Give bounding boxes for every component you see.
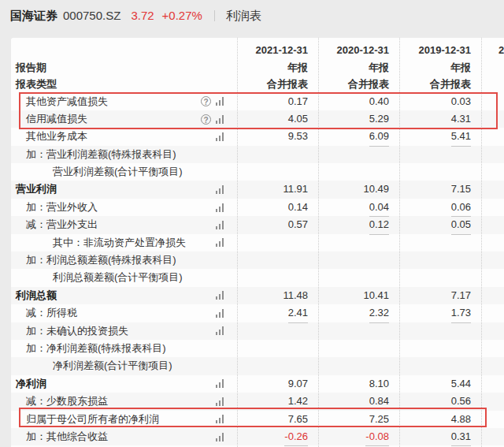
table-row: 加：营业利润差额(特殊报表科目) [11, 146, 504, 163]
cell-value[interactable]: 2.32 [369, 304, 389, 322]
cell-value: 0.14 [288, 199, 308, 216]
row-label: 其他资产减值损失 [26, 93, 108, 110]
bar-chart-icon[interactable] [214, 291, 224, 300]
row-icons: ? [201, 96, 224, 106]
row-label: 加：营业利润差额(特殊报表科目) [26, 146, 176, 163]
row-label: 营业利润差额(合计平衡项目) [53, 163, 183, 181]
table-row: 其他资产减值损失?0.170.400.03 [11, 93, 504, 110]
row-label: 净利润差额(合计平衡项目) [53, 357, 172, 374]
table-row: 加：其他综合收益-0.26-0.080.31 [11, 428, 504, 445]
stock-price: 3.72 [131, 8, 154, 24]
row-label: 报表类型 [11, 76, 237, 93]
column-date: 2019-12-31 [399, 42, 481, 59]
cell-value[interactable]: 4.31 [451, 110, 471, 129]
cell-value: 10.49 [363, 181, 389, 198]
table-body: 其他资产减值损失?0.170.400.03信用减值损失?4.055.294.31… [11, 93, 504, 446]
report-period-row: 报告期 年报 年报 年报 [11, 59, 504, 76]
row-label: 加：净利润差额(特殊报表科目) [26, 340, 166, 357]
table-row: 加：未确认的投资损失 [11, 322, 504, 340]
bar-chart-icon[interactable] [214, 415, 224, 423]
row-icons [214, 203, 224, 212]
report-title: 利润表 [226, 8, 261, 24]
row-label: 减：少数股东损益 [26, 393, 108, 410]
bar-chart-icon[interactable] [214, 132, 224, 141]
bar-chart-icon[interactable] [214, 379, 224, 388]
row-label: 其他业务成本 [26, 128, 87, 145]
report-period-value: 年报 [399, 59, 481, 76]
column-separator [481, 38, 482, 447]
row-label: 报告期 [11, 59, 237, 76]
bar-chart-icon[interactable] [214, 397, 224, 406]
bar-chart-icon[interactable] [214, 115, 224, 124]
table-row: 利润总额差额(合计平衡项目) [11, 269, 504, 286]
bar-chart-icon[interactable] [214, 203, 224, 212]
cell-value[interactable]: 0.31 [451, 428, 471, 446]
cell-value[interactable]: 0.12 [369, 216, 389, 234]
cell-value: 1.42 [288, 393, 308, 410]
column-date-partial: 2 [481, 42, 504, 59]
table-row: 其中：非流动资产处置净损失 [11, 234, 504, 251]
bar-chart-icon[interactable] [214, 309, 224, 318]
cell-value: 7.17 [451, 287, 471, 304]
cell-value[interactable]: 0.06 [451, 199, 471, 217]
table-header: 2021-12-31 2020-12-31 2019-12-31 2 报告期 年… [11, 38, 504, 93]
help-icon[interactable]: ? [201, 96, 211, 106]
cell-value: 0.56 [451, 393, 471, 410]
report-period-value: 年报 [318, 59, 399, 76]
cell-value[interactable]: 1.73 [451, 304, 471, 322]
row-icons [214, 397, 224, 406]
table-row: 净利润9.078.105.44 [11, 375, 504, 393]
cell-value[interactable]: 0.05 [451, 216, 471, 234]
cell-value[interactable]: 5.29 [369, 110, 389, 129]
table-row: 减：营业外支出0.570.120.05 [11, 216, 504, 233]
page: { "header": { "stock_name": "国海证券", "sto… [0, 0, 504, 447]
cell-value: 0.17 [288, 93, 308, 110]
column-separator [237, 38, 238, 447]
bar-chart-icon[interactable] [214, 433, 224, 441]
table-row: 归属于母公司所有者的净利润7.657.254.88 [11, 411, 504, 428]
cell-value: 8.10 [369, 375, 389, 393]
date-header-row: 2021-12-31 2020-12-31 2019-12-31 2 [11, 42, 504, 59]
cell-value[interactable]: 6.09 [369, 128, 389, 146]
table-row: 减：所得税2.412.321.73 [11, 304, 504, 322]
cell-value[interactable]: 0.04 [369, 199, 389, 217]
row-label: 净利润 [16, 375, 46, 393]
cell-value: 4.88 [451, 411, 471, 428]
cell-value[interactable]: -0.26 [284, 428, 308, 446]
bar-chart-icon[interactable] [214, 185, 224, 194]
cell-value: 0.57 [288, 216, 308, 233]
bar-chart-icon[interactable] [214, 221, 224, 229]
income-statement-card: 2021-12-31 2020-12-31 2019-12-31 2 报告期 年… [11, 38, 504, 447]
stock-code: 000750.SZ [63, 8, 120, 24]
table-row: 加：净利润差额(特殊报表科目) [11, 340, 504, 357]
row-icons [214, 415, 224, 423]
row-label: 减：所得税 [26, 304, 77, 322]
column-separator [318, 38, 319, 447]
row-icons [214, 309, 224, 318]
row-label: 归属于母公司所有者的净利润 [26, 411, 159, 428]
cell-value[interactable]: 5.41 [451, 128, 471, 146]
column-date: 2021-12-31 [237, 42, 318, 59]
help-icon[interactable]: ? [201, 114, 211, 125]
cell-value[interactable]: -0.08 [365, 428, 389, 446]
row-label: 加：营业外收入 [26, 199, 98, 216]
table-row: 营业利润差额(合计平衡项目) [11, 163, 504, 181]
row-icons [214, 221, 224, 229]
stock-change-percent: +0.27% [162, 8, 202, 24]
stock-name: 国海证券 [10, 8, 57, 24]
row-icons [214, 433, 224, 441]
row-icons [214, 132, 224, 141]
table-row: 信用减值损失?4.055.294.31 [11, 110, 504, 128]
bar-chart-icon[interactable] [214, 97, 224, 106]
row-label: 其中：非流动资产处置净损失 [53, 234, 186, 251]
cell-value: 0.03 [451, 93, 471, 110]
report-type-row: 报表类型 合并报表 合并报表 合并报表 [11, 76, 504, 93]
cell-value: 7.65 [288, 411, 308, 428]
cell-value[interactable]: 2.41 [288, 304, 308, 322]
table-row: 其他业务成本9.536.095.41 [11, 128, 504, 145]
bar-chart-icon[interactable] [214, 326, 224, 335]
title-bar: 国海证券 000750.SZ 3.72 +0.27% 利润表 [0, 0, 504, 38]
row-label: 加：其他综合收益 [26, 428, 108, 445]
bar-chart-icon[interactable] [214, 238, 224, 247]
column-date: 2020-12-31 [318, 42, 399, 59]
